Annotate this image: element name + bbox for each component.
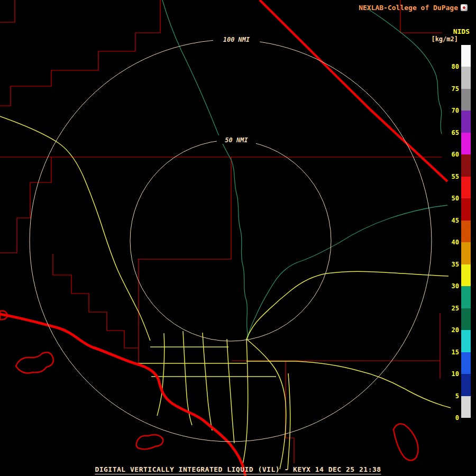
colorbar-tick-label: 65 — [452, 129, 459, 136]
outer-ring-label: 100 NMI — [223, 36, 250, 43]
islands — [0, 311, 418, 461]
units-label: [kg/m2] — [431, 35, 458, 43]
colorbar-tick-label: 15 — [452, 349, 459, 356]
island-outline — [136, 435, 163, 449]
brand-header: NEXLAB-College of DuPage — [359, 4, 468, 12]
highways — [0, 116, 451, 470]
colorbar-tick-label: 75 — [452, 85, 459, 93]
radar-map: 100 NMI 50 NMI — [0, 0, 476, 476]
colorbar-segment — [461, 67, 471, 88]
range-ring-50nmi — [130, 140, 331, 341]
colorbar-tick-label: 30 — [452, 282, 459, 290]
colorbar-tick-label: 50 — [452, 195, 459, 202]
colorbar-tick-label: 45 — [452, 217, 459, 224]
product-code-label: NIDS — [453, 28, 470, 35]
range-ring-100nmi — [30, 40, 432, 442]
county-boundaries — [0, 0, 442, 463]
product-title: DIGITAL VERTICALLY INTEGRATED LIQUID (VI… — [95, 465, 381, 474]
state-boundary — [260, 0, 447, 181]
colorbar-segment — [461, 352, 471, 374]
highway-line — [0, 116, 150, 341]
county-line — [0, 0, 160, 106]
colorbar-segment — [461, 133, 471, 154]
colorbar-segment — [461, 264, 471, 286]
colorbar-segment — [461, 45, 471, 67]
inner-ring-label: 50 NMI — [225, 136, 248, 144]
colorbar-segment — [461, 221, 471, 242]
colorbar-tick-label: 55 — [452, 173, 459, 180]
range-rings — [30, 40, 432, 442]
colorbar-segment — [461, 308, 471, 330]
highway-line — [227, 339, 234, 443]
highway-line — [246, 339, 286, 469]
colorbar-tick-label: 70 — [452, 107, 459, 114]
county-line — [138, 157, 231, 259]
colorbar-tick-label: 5 — [455, 392, 459, 400]
colorbar-tick-label: 20 — [452, 326, 459, 334]
county-line — [0, 157, 51, 253]
colorbar-segment — [461, 330, 471, 352]
colorbar-segment — [461, 198, 471, 220]
cod-logo-icon — [461, 4, 468, 11]
colorbar-segment — [461, 154, 471, 176]
colorbar — [461, 45, 471, 418]
highway-line — [157, 333, 164, 416]
colorbar-segment — [461, 89, 471, 111]
state-line — [260, 0, 447, 181]
county-line — [53, 254, 139, 348]
highway-line — [243, 339, 248, 464]
highway-line — [246, 361, 451, 408]
brand-text: NEXLAB-College of DuPage — [359, 4, 458, 12]
colorbar-tick-label: 60 — [452, 151, 459, 158]
colorbar-tick-label: 0 — [455, 414, 459, 422]
island-outline — [393, 424, 418, 460]
highway-line — [288, 373, 290, 470]
colorbar-segment — [461, 396, 471, 418]
colorbar-segment — [461, 286, 471, 308]
colorbar-segment — [461, 242, 471, 264]
river-line — [162, 0, 248, 341]
colorbar-tick-label: 35 — [452, 261, 459, 268]
rivers — [162, 0, 447, 341]
colorbar-tick-label: 40 — [452, 239, 459, 246]
colorbar-segment — [461, 111, 471, 132]
colorbar-tick-label: 25 — [452, 305, 459, 312]
radar-screen: 100 NMI 50 NMI NEXLAB-College of DuPage … — [0, 0, 476, 476]
colorbar-ticks: 80757065605550454035302520151050 — [443, 45, 459, 422]
island-outline — [16, 352, 53, 373]
highway-line — [246, 271, 448, 339]
county-line — [0, 0, 15, 22]
river-line — [248, 205, 447, 339]
colorbar-tick-label: 80 — [452, 63, 459, 70]
colorbar-segment — [461, 177, 471, 198]
colorbar-segment — [461, 374, 471, 396]
colorbar-tick-label: 10 — [452, 370, 459, 378]
